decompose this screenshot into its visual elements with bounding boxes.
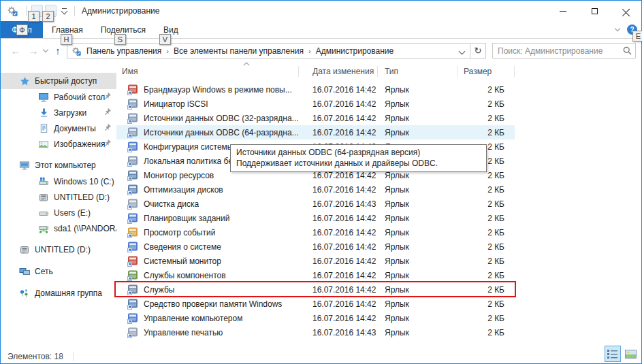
file-size-cell: 2 КБ <box>458 228 515 237</box>
file-size-cell: 2 КБ <box>458 85 515 95</box>
file-size-cell: 2 КБ <box>458 314 515 323</box>
navigation-pane: Быстрый доступРабочий столЗагрузкиДокуме… <box>1 61 116 349</box>
iscsi-initiator-icon <box>127 99 138 110</box>
file-row[interactable]: Просмотр событий16.07.2016 14:42Ярлык2 К… <box>116 225 515 239</box>
column-header-size[interactable]: Размер <box>458 61 515 82</box>
file-modified-cell: 16.07.2016 14:42 <box>299 114 378 123</box>
thumbnails-view-icon <box>625 350 637 359</box>
refresh-button[interactable]: ↻ <box>470 44 485 58</box>
sidebar-item[interactable]: UNTITLED (D:) <box>1 242 116 258</box>
sidebar-item[interactable]: Сеть <box>1 263 116 280</box>
sidebar-item[interactable]: Загрузки <box>1 105 116 120</box>
odbc-32-icon <box>127 113 138 124</box>
file-modified-cell: 16.07.2016 14:42 <box>299 85 378 95</box>
search-input[interactable] <box>496 46 623 56</box>
sidebar-item[interactable]: Этот компьютер <box>1 157 116 173</box>
address-dropdown-chevron-icon[interactable] <box>454 46 470 56</box>
file-row[interactable]: Управление компьютером16.07.2016 14:42Яр… <box>116 311 515 325</box>
downloads-icon <box>37 107 50 118</box>
column-header-modified[interactable]: Дата изменения <box>299 61 378 82</box>
sidebar-item[interactable]: Windows 10 (C:) <box>1 173 116 189</box>
pin-icon <box>103 107 112 118</box>
file-row[interactable]: Планировщик заданий16.07.2016 14:42Ярлык… <box>116 211 515 225</box>
breadcrumb-segment[interactable]: Администрирование <box>314 46 396 56</box>
sidebar-item-label: UNTITLED (D:) <box>54 193 110 202</box>
file-modified-cell: 16.07.2016 14:42 <box>299 271 378 280</box>
file-modified-cell: 16.07.2016 14:42 <box>299 99 378 109</box>
file-row[interactable]: Сведения о системе16.07.2016 14:42Ярлык2… <box>116 239 515 254</box>
file-row[interactable]: Источники данных ODBC (32-разрядна...16.… <box>116 111 515 125</box>
sidebar-item-label: Документы <box>54 124 96 133</box>
keytip-file-tab: Ф <box>16 24 28 35</box>
forward-button[interactable]: → <box>25 39 42 61</box>
close-button[interactable] <box>610 1 641 21</box>
quick-access-toolbar: Администрирование <box>1 1 159 21</box>
disk-cleanup-icon <box>127 199 138 210</box>
file-list-pane: Имя Дата изменения Тип Размер Брандмауэр… <box>116 61 641 349</box>
memory-diagnostic-icon <box>127 299 138 310</box>
expand-ribbon-chevron-icon[interactable] <box>615 26 620 31</box>
sidebar-item[interactable]: Users (E:) <box>1 205 116 220</box>
keytip-qat-1: 1 <box>28 11 39 22</box>
file-row[interactable]: Оптимизация дисков16.07.2016 14:42Ярлык2… <box>116 182 515 197</box>
file-row[interactable]: Управление печатью16.07.2016 14:43Ярлык2… <box>116 325 515 340</box>
file-name-cell: Управление компьютером <box>116 313 299 324</box>
details-view-icon <box>607 349 618 359</box>
breadcrumb-segment[interactable]: Все элементы панели управления <box>172 46 306 56</box>
file-size-cell: 2 КБ <box>458 257 515 266</box>
file-row[interactable]: Инициатор iSCSI16.07.2016 14:42Ярлык2 КБ <box>116 97 515 111</box>
sidebar-item-label: Windows 10 (C:) <box>54 177 114 186</box>
file-list: Брандмауэр Windows в режиме повы...16.07… <box>116 82 515 340</box>
column-header-label: Размер <box>464 67 492 76</box>
file-row[interactable]: Средство проверки памяти Windows16.07.20… <box>116 297 515 311</box>
recent-locations-chevron-icon[interactable] <box>41 39 50 61</box>
file-row[interactable]: Службы компонентов16.07.2016 14:42Ярлык2… <box>116 268 515 282</box>
file-name-label: Просмотр событий <box>144 228 215 237</box>
caption-buttons <box>547 1 641 21</box>
file-type-cell: Ярлык <box>378 328 458 337</box>
performance-monitor-icon <box>127 256 138 267</box>
admin-tools-icon <box>6 5 18 16</box>
search-icon[interactable] <box>623 46 632 55</box>
file-name-cell: Просмотр событий <box>116 227 299 238</box>
keytip-share-tab: S <box>114 34 126 45</box>
sidebar-item[interactable]: Изображения <box>1 136 116 152</box>
details-view-button[interactable] <box>605 346 621 362</box>
sidebar-item[interactable]: Домашняя группа <box>1 285 116 301</box>
chevron-down-icon <box>59 8 69 14</box>
sidebar-item[interactable]: Документы <box>1 120 116 136</box>
file-row[interactable]: Брандмауэр Windows в режиме повы...16.07… <box>116 82 515 97</box>
sidebar-item-label: Быстрый доступ <box>35 76 97 86</box>
file-name-label: Конфигурация системы <box>144 142 233 152</box>
sidebar-item[interactable]: Быстрый доступ <box>1 73 116 89</box>
sidebar-item-label: Сеть <box>35 267 53 276</box>
component-services-icon <box>127 270 138 281</box>
column-header-type[interactable]: Тип <box>378 61 458 82</box>
sidebar-item[interactable]: sda1 (\\PANDORAB <box>1 220 116 236</box>
keytip-qat-2: 2 <box>42 11 54 22</box>
file-row[interactable]: Очистка диска16.07.2016 14:43Ярлык2 КБ <box>116 197 515 211</box>
drive-icon <box>37 208 50 218</box>
customize-qat-button[interactable] <box>57 3 71 18</box>
address-bar[interactable]: Панель управления›Все элементы панели уп… <box>67 43 486 59</box>
breadcrumb-separator-icon: › <box>306 47 314 55</box>
file-name-label: Планировщик заданий <box>144 214 229 223</box>
file-row[interactable]: Источники данных ODBC (64-разрядна...16.… <box>116 125 515 139</box>
sidebar-item-label: sda1 (\\PANDORAB <box>54 224 116 233</box>
sidebar-item[interactable]: UNTITLED (D:) <box>1 189 116 205</box>
file-size-cell: 2 КБ <box>458 128 515 137</box>
system-configuration-icon <box>127 142 138 152</box>
back-button[interactable]: ← <box>7 39 24 61</box>
file-size-cell: 2 КБ <box>458 99 515 109</box>
defragment-icon <box>127 184 138 195</box>
breadcrumb-segment[interactable]: Панель управления <box>84 46 163 56</box>
minimize-button[interactable] <box>547 1 579 21</box>
file-name-label: Оптимизация дисков <box>144 185 223 195</box>
sidebar-item[interactable]: Рабочий стол <box>1 89 116 105</box>
column-header-name[interactable]: Имя <box>116 61 299 82</box>
thumbnails-view-button[interactable] <box>622 346 639 362</box>
windows-drive-icon <box>37 176 50 187</box>
maximize-button[interactable] <box>579 1 610 21</box>
file-row[interactable]: Системный монитор16.07.2016 14:42Ярлык2 … <box>116 254 515 268</box>
divider <box>73 352 74 361</box>
